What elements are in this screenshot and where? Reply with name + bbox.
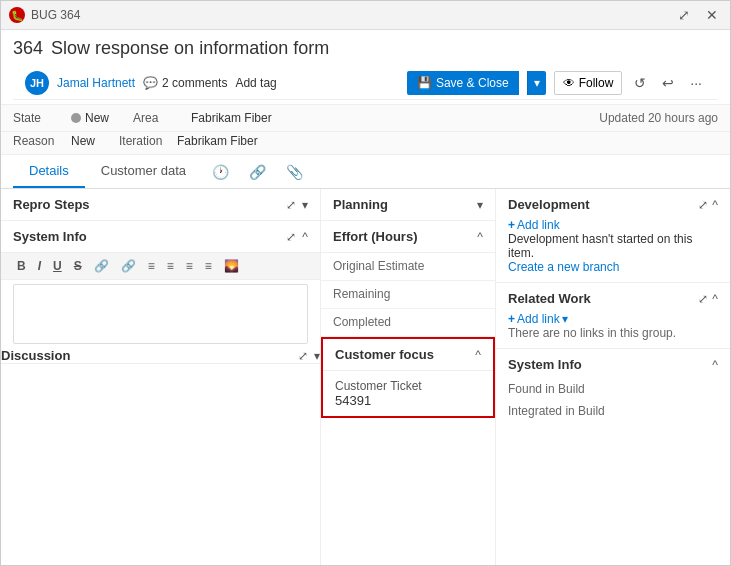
- image-button[interactable]: 🌄: [220, 257, 243, 275]
- user-name[interactable]: Jamal Hartnett: [57, 76, 135, 90]
- save-icon: 💾: [417, 76, 432, 90]
- planning-header[interactable]: Planning ▾: [321, 189, 495, 221]
- state-area: State New Area Fabrikam Fiber Updated 20…: [1, 105, 730, 132]
- related-add-link-button[interactable]: + Add link ▾: [508, 312, 568, 326]
- resize-handle: ⤡: [716, 562, 726, 566]
- dev-collapse-icon[interactable]: ^: [712, 198, 718, 212]
- area-label: Area: [133, 111, 183, 125]
- discussion-title: Discussion: [1, 348, 70, 363]
- link-button[interactable]: 🔗: [90, 257, 113, 275]
- customer-focus-section: Customer focus ^ Customer Ticket 54391: [321, 337, 495, 418]
- dev-add-link-button[interactable]: + Add link: [508, 218, 560, 232]
- olist-button[interactable]: ≡: [163, 257, 178, 275]
- repro-steps-title: Repro Steps: [13, 197, 90, 212]
- sys-info-right-collapse[interactable]: ^: [712, 358, 718, 372]
- reason-value[interactable]: New: [71, 134, 95, 148]
- integrated-in-build-field[interactable]: Integrated in Build: [508, 400, 718, 422]
- effort-collapse[interactable]: ^: [477, 230, 483, 244]
- follow-button[interactable]: 👁 Follow: [554, 71, 623, 95]
- related-work-section: Related Work ⤢ ^ + Add link ▾ There are …: [496, 283, 730, 349]
- strikethrough-button[interactable]: S: [70, 257, 86, 275]
- no-links-message: There are no links in this group.: [508, 326, 718, 340]
- discussion-expand-icon[interactable]: ⤢: [298, 349, 308, 363]
- discussion-header[interactable]: Discussion ⤢ ▾: [1, 348, 320, 364]
- left-column: Repro Steps ⤢ ▾ System Info ⤢ ^ B I U S …: [1, 189, 321, 566]
- iteration-value[interactable]: Fabrikam Fiber: [177, 134, 258, 148]
- title-bar-text: BUG 364: [31, 8, 80, 22]
- development-title: Development: [508, 197, 590, 212]
- related-collapse-icon[interactable]: ^: [712, 292, 718, 306]
- follow-icon: 👁: [563, 76, 575, 90]
- repro-expand-icon[interactable]: ⤢: [286, 198, 296, 212]
- save-close-button[interactable]: 💾 Save & Close: [407, 71, 519, 95]
- customer-ticket-value[interactable]: 54391: [335, 393, 481, 408]
- system-info-title: System Info: [13, 229, 87, 244]
- close-button[interactable]: ✕: [702, 5, 722, 25]
- underline-button[interactable]: U: [49, 257, 66, 275]
- main-content: Repro Steps ⤢ ▾ System Info ⤢ ^ B I U S …: [1, 189, 730, 566]
- effort-header[interactable]: Effort (Hours) ^: [321, 221, 495, 253]
- more-button[interactable]: ···: [686, 71, 706, 95]
- bug-icon: 🐛: [9, 7, 25, 23]
- expand-button[interactable]: ⤢: [674, 5, 694, 25]
- add-tag-button[interactable]: Add tag: [235, 76, 276, 90]
- tab-customer-data[interactable]: Customer data: [85, 155, 202, 188]
- completed-field[interactable]: Completed: [321, 309, 495, 337]
- original-estimate-field[interactable]: Original Estimate: [321, 253, 495, 281]
- outdent-button[interactable]: ≡: [201, 257, 216, 275]
- state-dot: [71, 113, 81, 123]
- state-value[interactable]: New: [71, 111, 109, 125]
- state-label: State: [13, 111, 63, 125]
- tab-history[interactable]: 🕐: [202, 158, 239, 186]
- sys-expand-icon[interactable]: ⤢: [286, 230, 296, 244]
- right-column: Development ⤢ ^ + Add link Development h…: [496, 189, 730, 566]
- development-section: Development ⤢ ^ + Add link Development h…: [496, 189, 730, 283]
- dev-expand-icon[interactable]: ⤢: [698, 198, 708, 212]
- middle-column: Planning ▾ Effort (Hours) ^ Original Est…: [321, 189, 496, 566]
- work-item-header: 364 Slow response on information form JH…: [1, 30, 730, 105]
- comment-icon: 💬: [143, 76, 158, 90]
- undo-button[interactable]: ↩: [658, 71, 678, 95]
- repro-chevron[interactable]: ▾: [302, 198, 308, 212]
- comments-count: 2 comments: [162, 76, 227, 90]
- list-button[interactable]: ≡: [144, 257, 159, 275]
- plus-icon: +: [508, 218, 515, 232]
- tab-attach[interactable]: 📎: [276, 158, 313, 186]
- create-branch-link[interactable]: Create a new branch: [508, 260, 619, 274]
- iteration-label: Iteration: [119, 134, 169, 148]
- sys-collapse-icon[interactable]: ^: [302, 230, 308, 244]
- found-in-build-field[interactable]: Found in Build: [508, 378, 718, 400]
- tab-details[interactable]: Details: [13, 155, 85, 188]
- bold-button[interactable]: B: [13, 257, 30, 275]
- editor-toolbar: B I U S 🔗 🔗 ≡ ≡ ≡ ≡ 🌄: [1, 253, 320, 280]
- customer-focus-collapse[interactable]: ^: [475, 348, 481, 362]
- related-plus-icon: +: [508, 312, 515, 326]
- comments-button[interactable]: 💬 2 comments: [143, 76, 227, 90]
- italic-button[interactable]: I: [34, 257, 45, 275]
- save-close-dropdown[interactable]: ▾: [527, 71, 546, 95]
- customer-ticket-label: Customer Ticket: [335, 379, 481, 393]
- indent-button[interactable]: ≡: [182, 257, 197, 275]
- planning-title: Planning: [333, 197, 388, 212]
- customer-focus-header[interactable]: Customer focus ^: [323, 339, 493, 371]
- toolbar: JH Jamal Hartnett 💬 2 comments Add tag 💾…: [13, 67, 718, 100]
- related-expand-icon[interactable]: ⤢: [698, 292, 708, 306]
- work-item-title: Slow response on information form: [51, 38, 329, 59]
- effort-title: Effort (Hours): [333, 229, 418, 244]
- remaining-field[interactable]: Remaining: [321, 281, 495, 309]
- area-group: Area Fabrikam Fiber: [133, 111, 272, 125]
- discussion-chevron[interactable]: ▾: [314, 349, 320, 363]
- area-value[interactable]: Fabrikam Fiber: [191, 111, 272, 125]
- tab-link[interactable]: 🔗: [239, 158, 276, 186]
- planning-chevron[interactable]: ▾: [477, 198, 483, 212]
- reason-group: Reason New: [13, 134, 95, 148]
- link2-button[interactable]: 🔗: [117, 257, 140, 275]
- refresh-button[interactable]: ↺: [630, 71, 650, 95]
- repro-steps-header[interactable]: Repro Steps ⤢ ▾: [1, 189, 320, 221]
- system-info-header[interactable]: System Info ⤢ ^: [1, 221, 320, 253]
- related-work-title: Related Work: [508, 291, 591, 306]
- dev-message: Development hasn't started on this item.…: [508, 232, 718, 274]
- editor-area[interactable]: [13, 284, 308, 344]
- related-chevron: ▾: [562, 312, 568, 326]
- avatar: JH: [25, 71, 49, 95]
